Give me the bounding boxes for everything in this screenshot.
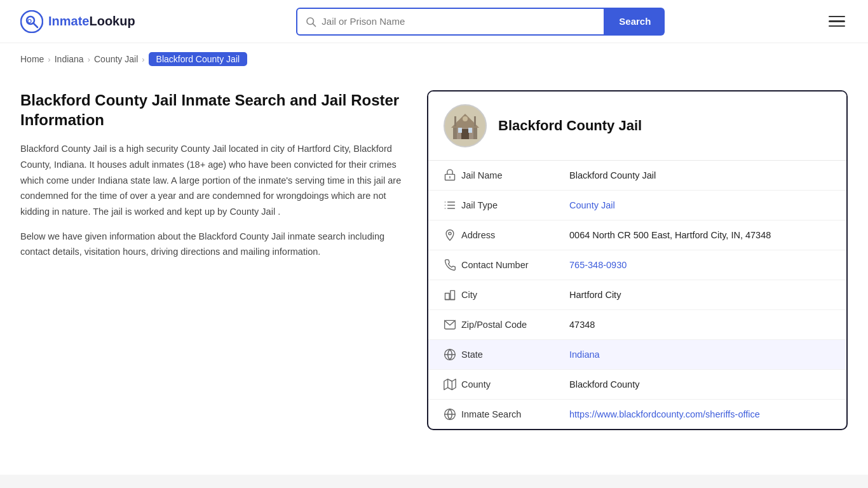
- info-row-label: Contact Number: [461, 260, 569, 270]
- svg-marker-29: [444, 379, 456, 390]
- page-description-2: Below we have given information about th…: [20, 229, 407, 260]
- main-content: Blackford County Jail Inmate Search and …: [0, 71, 868, 456]
- info-value-link[interactable]: 765-348-0930: [569, 260, 627, 270]
- logo-icon: Q: [20, 10, 43, 33]
- info-row-label: Jail Name: [461, 170, 569, 180]
- info-row-value: Blackford County: [569, 379, 831, 390]
- page-title: Blackford County Jail Inmate Search and …: [20, 90, 407, 130]
- info-row: Inmate Search https://www.blackfordcount…: [428, 400, 846, 429]
- info-row-value: 0064 North CR 500 East, Hartford City, I…: [569, 230, 831, 240]
- info-row-icon: [444, 169, 461, 182]
- jail-building-icon: [448, 109, 482, 143]
- breadcrumb-sep-1: ›: [48, 55, 50, 64]
- hamburger-line-2: [829, 20, 845, 22]
- info-row-label: Inmate Search: [461, 409, 569, 419]
- svg-point-23: [449, 232, 451, 234]
- svg-rect-14: [474, 116, 476, 126]
- svg-rect-11: [458, 128, 462, 133]
- search-bar: Search: [296, 8, 665, 36]
- info-value-text: 47348: [569, 320, 595, 330]
- info-value-link[interactable]: County Jail: [569, 200, 615, 210]
- card-jail-name: Blackford County Jail: [498, 118, 642, 134]
- info-value-link[interactable]: Indiana: [569, 349, 600, 360]
- svg-rect-13: [454, 116, 456, 126]
- logo[interactable]: Q InmateLookup: [20, 10, 135, 33]
- info-row-icon: [444, 288, 461, 301]
- info-row-label: State: [461, 349, 569, 360]
- info-row-value[interactable]: https://www.blackfordcounty.com/sheriffs…: [569, 409, 831, 419]
- info-value-text: Blackford County Jail: [569, 170, 656, 180]
- footer: [0, 475, 868, 488]
- search-button[interactable]: Search: [605, 8, 665, 36]
- info-value-text: Hartford City: [569, 290, 621, 300]
- info-row-value: Blackford County Jail: [569, 170, 831, 180]
- breadcrumb-state[interactable]: Indiana: [55, 54, 84, 64]
- info-row-icon: [444, 318, 461, 331]
- page-description-1: Blackford County Jail is a high security…: [20, 141, 407, 219]
- info-row-value[interactable]: 765-348-0930: [569, 260, 831, 270]
- breadcrumb-current: Blackford County Jail: [149, 52, 248, 66]
- info-value-text: 0064 North CR 500 East, Hartford City, I…: [569, 230, 771, 240]
- breadcrumb-type[interactable]: County Jail: [94, 54, 138, 64]
- info-row: Zip/Postal Code 47348: [428, 310, 846, 340]
- hamburger-line-3: [829, 25, 845, 27]
- svg-rect-25: [451, 290, 455, 299]
- breadcrumb-sep-3: ›: [142, 55, 144, 64]
- info-row: Jail Type County Jail: [428, 191, 846, 220]
- jail-card: Blackford County Jail Jail Name Blackfor…: [427, 90, 848, 430]
- svg-line-5: [313, 24, 316, 26]
- search-input[interactable]: [322, 16, 596, 27]
- card-header: Blackford County Jail: [428, 92, 846, 161]
- search-input-wrap: [296, 8, 605, 36]
- menu-button[interactable]: [826, 13, 848, 30]
- info-row: State Indiana: [428, 340, 846, 370]
- left-column: Blackford County Jail Inmate Search and …: [20, 90, 427, 269]
- right-column: Blackford County Jail Jail Name Blackfor…: [427, 90, 848, 430]
- breadcrumb-sep-2: ›: [88, 55, 90, 64]
- logo-text: InmateLookup: [48, 14, 135, 29]
- info-row-label: County: [461, 379, 569, 390]
- info-row-icon: [444, 378, 461, 391]
- svg-rect-24: [445, 294, 450, 300]
- svg-text:Q: Q: [27, 18, 32, 24]
- svg-rect-10: [461, 129, 469, 139]
- info-row-label: City: [461, 290, 569, 300]
- svg-point-9: [463, 116, 468, 121]
- svg-line-2: [34, 23, 38, 27]
- info-value-text: Blackford County: [569, 379, 639, 390]
- info-row-value: Hartford City: [569, 290, 831, 300]
- info-row-icon: [444, 348, 461, 361]
- info-row-label: Address: [461, 230, 569, 240]
- breadcrumb: Home › Indiana › County Jail › Blackford…: [0, 43, 868, 71]
- info-row: City Hartford City: [428, 280, 846, 310]
- info-row-value: 47348: [569, 320, 831, 330]
- search-icon: [305, 16, 316, 27]
- svg-rect-12: [468, 128, 472, 133]
- info-table: Jail Name Blackford County Jail Jail Typ…: [428, 161, 846, 429]
- avatar: [444, 104, 487, 147]
- info-row-value[interactable]: Indiana: [569, 349, 831, 360]
- info-row: County Blackford County: [428, 370, 846, 400]
- info-row-icon: [444, 199, 461, 212]
- info-row-label: Jail Type: [461, 200, 569, 210]
- breadcrumb-home[interactable]: Home: [20, 54, 44, 64]
- info-row-icon: [444, 259, 461, 271]
- info-value-link[interactable]: https://www.blackfordcounty.com/sheriffs…: [569, 409, 760, 419]
- info-row: Address 0064 North CR 500 East, Hartford…: [428, 220, 846, 250]
- info-row: Jail Name Blackford County Jail: [428, 161, 846, 191]
- info-row: Contact Number 765-348-0930: [428, 250, 846, 280]
- info-row-icon: [444, 408, 461, 421]
- hamburger-line-1: [829, 16, 845, 18]
- info-row-icon: [444, 229, 461, 241]
- info-row-value[interactable]: County Jail: [569, 200, 831, 210]
- info-row-label: Zip/Postal Code: [461, 320, 569, 330]
